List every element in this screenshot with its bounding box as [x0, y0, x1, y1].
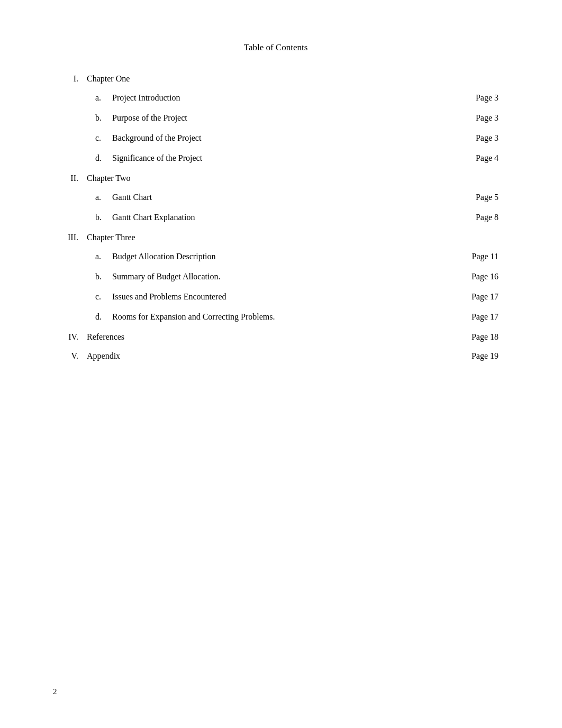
entry-page-2b: Page 8	[476, 213, 498, 222]
chapter-one-row: I. Chapter One	[53, 74, 498, 84]
appendix-page: Page 19	[472, 351, 498, 361]
chapter-two-row: II. Chapter Two	[53, 174, 498, 183]
entry-row-3a: a. Budget Allocation Description Page 11	[53, 252, 498, 261]
page: Table of Contents I. Chapter One a. Proj…	[0, 0, 562, 728]
entry-row-2b: b. Gantt Chart Explanation Page 8	[53, 213, 498, 222]
entry-text-3d: Rooms for Expansion and Correcting Probl…	[112, 312, 461, 322]
roman-numeral-4: IV.	[53, 332, 78, 342]
entry-letter-1a: a.	[95, 93, 108, 103]
entry-text-1c: Background of the Project	[112, 133, 465, 143]
entry-row-2a: a. Gantt Chart Page 5	[53, 193, 498, 202]
entry-row-1b: b. Purpose of the Project Page 3	[53, 113, 498, 123]
entry-letter-1d: d.	[95, 153, 108, 163]
entry-letter-2a: a.	[95, 193, 108, 202]
entry-page-3b: Page 16	[472, 272, 498, 281]
entry-row-1a: a. Project Introduction Page 3	[53, 93, 498, 103]
chapter-two-section: II. Chapter Two a. Gantt Chart Page 5 b.…	[53, 174, 498, 222]
entry-row-3d: d. Rooms for Expansion and Correcting Pr…	[53, 312, 498, 322]
entry-text-3c: Issues and Problems Encountered	[112, 292, 461, 302]
entry-text-3b: Summary of Budget Allocation.	[112, 272, 461, 281]
roman-numeral-2: II.	[53, 174, 78, 183]
entry-row-3c: c. Issues and Problems Encountered Page …	[53, 292, 498, 302]
chapter-three-label: Chapter Three	[87, 233, 135, 242]
entry-page-3a: Page 11	[472, 252, 498, 261]
entry-page-1b: Page 3	[476, 113, 498, 123]
roman-numeral-5: V.	[53, 351, 78, 361]
chapter-three-section: III. Chapter Three a. Budget Allocation …	[53, 233, 498, 322]
roman-numeral-3: III.	[53, 233, 78, 242]
entry-row-3b: b. Summary of Budget Allocation. Page 16	[53, 272, 498, 281]
references-page: Page 18	[472, 332, 498, 342]
entry-letter-3a: a.	[95, 252, 108, 261]
entry-text-2b: Gantt Chart Explanation	[112, 213, 465, 222]
entry-row-1d: d. Significance of the Project Page 4	[53, 153, 498, 163]
entry-page-3c: Page 17	[472, 292, 498, 302]
chapter-three-row: III. Chapter Three	[53, 233, 498, 242]
entry-page-1c: Page 3	[476, 133, 498, 143]
entry-letter-3c: c.	[95, 292, 108, 302]
entry-text-1b: Purpose of the Project	[112, 113, 465, 123]
entry-row-1c: c. Background of the Project Page 3	[53, 133, 498, 143]
entry-text-1d: Significance of the Project	[112, 153, 465, 163]
entry-page-3d: Page 17	[472, 312, 498, 322]
entry-text-1a: Project Introduction	[112, 93, 465, 103]
entry-letter-1b: b.	[95, 113, 108, 123]
chapter-one-label: Chapter One	[87, 74, 130, 84]
entry-page-1a: Page 3	[476, 93, 498, 103]
roman-numeral-1: I.	[53, 74, 78, 84]
entry-letter-3b: b.	[95, 272, 108, 281]
appendix-row: V. Appendix Page 19	[53, 351, 498, 361]
references-row: IV. References Page 18	[53, 332, 498, 342]
appendix-label: Appendix	[87, 351, 461, 361]
references-label: References	[87, 332, 461, 342]
entry-letter-2b: b.	[95, 213, 108, 222]
page-number: 2	[53, 687, 57, 696]
page-title: Table of Contents	[53, 42, 498, 53]
entry-letter-3d: d.	[95, 312, 108, 322]
entry-text-3a: Budget Allocation Description	[112, 252, 461, 261]
entry-page-1d: Page 4	[476, 153, 498, 163]
entry-page-2a: Page 5	[476, 193, 498, 202]
chapter-two-label: Chapter Two	[87, 174, 131, 183]
entry-text-2a: Gantt Chart	[112, 193, 465, 202]
chapter-one-section: I. Chapter One a. Project Introduction P…	[53, 74, 498, 163]
entry-letter-1c: c.	[95, 133, 108, 143]
